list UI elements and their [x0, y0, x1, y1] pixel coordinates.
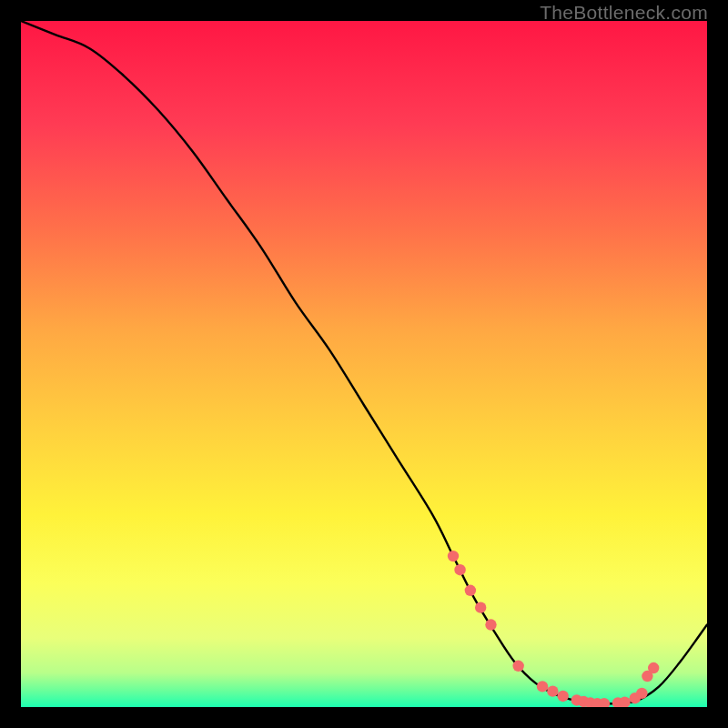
highlight-markers — [448, 551, 660, 707]
highlight-marker — [557, 691, 568, 702]
bottleneck-curve — [21, 21, 707, 704]
highlight-marker — [636, 688, 647, 699]
highlight-marker — [475, 602, 486, 612]
highlight-marker — [454, 564, 465, 575]
highlight-marker — [448, 551, 459, 561]
highlight-marker — [648, 662, 659, 673]
chart-stage: TheBottleneck.com — [0, 0, 728, 728]
highlight-marker — [512, 661, 523, 672]
highlight-marker — [547, 685, 558, 696]
curve-layer — [21, 21, 707, 707]
plot-area — [21, 21, 707, 707]
highlight-marker — [485, 619, 496, 630]
highlight-marker — [465, 585, 476, 596]
highlight-marker — [537, 681, 548, 692]
